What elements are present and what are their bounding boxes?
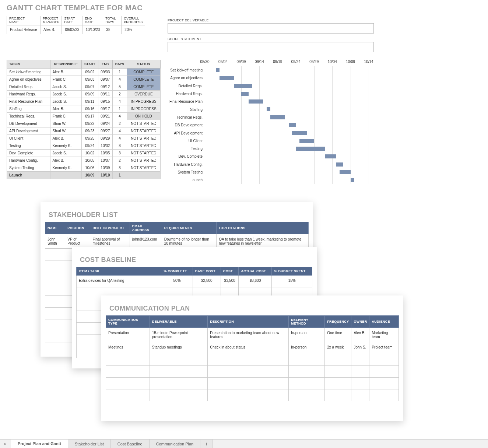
task-cell[interactable]: 1 [113,172,127,179]
comm-cell[interactable] [106,354,150,366]
task-cell[interactable]: 1 [113,105,127,113]
task-cell[interactable]: 4 [113,113,127,120]
comm-cell[interactable] [325,354,351,366]
task-cell[interactable]: 10/05 [81,157,98,164]
comm-cell[interactable]: Alex B. [351,328,369,342]
deliverable-input[interactable] [168,23,374,34]
task-cell[interactable]: 09/24 [98,120,113,127]
task-cell[interactable]: Shari W. [50,127,81,135]
comm-cell[interactable] [325,366,351,378]
task-cell[interactable]: 1 [113,69,127,76]
comm-cell[interactable]: Standup meetings [150,342,207,354]
task-cell[interactable]: 09/16 [81,105,98,113]
task-cell[interactable]: 2 [113,91,127,98]
comm-cell[interactable] [208,389,289,401]
task-cell[interactable]: 09/07 [81,83,98,91]
status-cell[interactable]: NOT STARTED [127,127,160,135]
attr-value[interactable]: 10/10/23 [82,25,103,34]
task-cell[interactable]: Frank C. [50,113,81,120]
task-cell[interactable]: 09/21 [98,113,113,120]
task-cell[interactable]: 09/29 [98,135,113,142]
task-cell[interactable]: Agree on objectives [7,76,50,83]
add-sheet-button[interactable]: + [200,440,213,448]
attr-value[interactable]: 20% [122,25,145,34]
scope-input[interactable] [168,42,374,52]
task-cell[interactable]: 10/02 [98,142,113,150]
tab-nav-arrow-icon[interactable]: ▸ [0,440,11,448]
task-cell[interactable]: 10/07 [98,157,113,164]
cost-cell[interactable]: 50% [161,276,193,287]
comm-cell[interactable]: Presentation [106,328,150,342]
task-cell[interactable]: 2 [113,120,127,127]
task-cell[interactable]: 8 [113,142,127,150]
task-cell[interactable]: System Testing [7,164,50,172]
sheet-tab[interactable]: Stakeholder List [68,440,111,448]
stakeholder-cell[interactable]: VP of Product [65,234,90,249]
task-cell[interactable]: Jacob S. [50,98,81,105]
status-cell[interactable]: NOT STARTED [127,142,160,150]
task-cell[interactable]: 09/17 [81,113,98,120]
task-cell[interactable]: Hardward Reqs. [7,91,50,98]
comm-cell[interactable] [150,378,207,389]
task-cell[interactable]: 09/11 [81,98,98,105]
comm-cell[interactable] [106,378,150,389]
status-cell[interactable]: NOT STARTED [127,150,160,157]
comm-cell[interactable] [351,366,369,378]
task-cell[interactable]: API Development [7,127,50,135]
task-cell[interactable]: Testing [7,142,50,150]
task-cell[interactable]: 09/23 [81,127,98,135]
task-cell[interactable]: 2 [113,157,127,164]
comm-cell[interactable]: 15-minute Powerpoint presentation [150,328,207,342]
attr-value[interactable]: Alex B. [40,25,62,34]
comm-cell[interactable]: Meetings [106,342,150,354]
task-cell[interactable]: 10/02 [81,150,98,157]
stakeholder-cell[interactable]: Downtime of no longer than 20 minutes [162,234,217,249]
task-cell[interactable]: 3 [113,150,127,157]
task-cell[interactable]: 4 [113,127,127,135]
stakeholder-cell[interactable]: Final approval of milestones [90,234,130,249]
stakeholder-cell[interactable]: john@123.com [130,234,162,249]
stakeholder-cell[interactable] [45,308,65,319]
task-cell[interactable]: 10/10 [98,172,113,179]
task-cell[interactable]: Set kick-off meeting [7,69,50,76]
task-cell[interactable]: Jacob S. [50,91,81,98]
comm-cell[interactable]: In-person [289,342,325,354]
comm-cell[interactable] [208,354,289,366]
task-cell[interactable]: 09/17 [98,105,113,113]
comm-cell[interactable]: Marketing team [369,328,399,342]
comm-cell[interactable]: John S. [351,342,369,354]
comm-cell[interactable] [106,389,150,401]
status-cell[interactable]: ON HOLD [127,113,160,120]
task-cell[interactable]: Jacob S. [50,150,81,157]
task-cell[interactable]: 09/07 [98,76,113,83]
stakeholder-cell[interactable] [45,260,65,272]
task-cell[interactable]: Launch [7,172,50,179]
stakeholder-cell[interactable] [45,331,65,343]
task-cell[interactable]: Techincal Reqs. [7,113,50,120]
attr-value[interactable]: Product Release [7,25,41,34]
task-cell[interactable]: 10/05 [98,150,113,157]
comm-cell[interactable]: In-person [289,328,325,342]
task-cell[interactable]: 09/25 [81,135,98,142]
cost-cell[interactable]: $3,600 [239,276,272,287]
task-cell[interactable]: Dev. Complete [7,150,50,157]
task-cell[interactable]: DB Development [7,120,50,127]
status-cell[interactable]: NOT STARTED [127,135,160,142]
task-cell[interactable]: 10/09 [98,164,113,172]
task-cell[interactable]: 4 [113,76,127,83]
task-cell[interactable]: Hardware Config. [7,157,50,164]
task-cell[interactable]: Staffing [7,105,50,113]
comm-cell[interactable] [150,366,207,378]
comm-cell[interactable] [369,389,399,401]
task-cell[interactable]: 09/03 [98,69,113,76]
comm-cell[interactable]: Project team [369,342,399,354]
task-cell[interactable]: 09/02 [81,69,98,76]
status-cell[interactable]: OVERDUE [127,91,160,98]
status-cell[interactable]: NOT STARTED [127,164,160,172]
comm-cell[interactable]: One time [325,328,351,342]
stakeholder-cell[interactable] [45,284,65,296]
comm-cell[interactable] [150,389,207,401]
cost-cell[interactable]: 15% [272,276,312,287]
task-cell[interactable]: Alex B. [50,105,81,113]
stakeholder-cell[interactable]: QA to take less than 1 week, marketing t… [217,234,309,249]
